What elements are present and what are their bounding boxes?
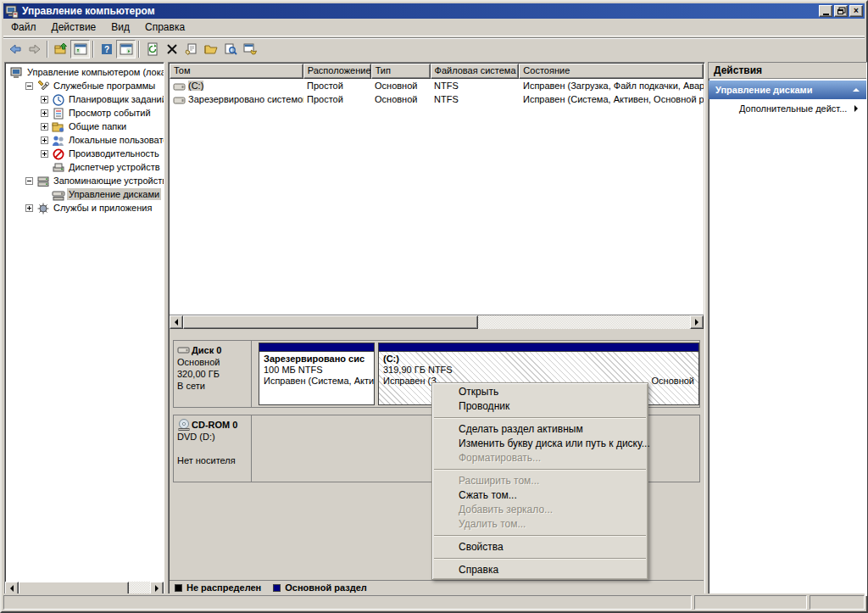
- export-list-button[interactable]: [240, 40, 259, 59]
- menu-действие[interactable]: Действие: [44, 19, 104, 36]
- services-icon: [36, 202, 49, 215]
- task-scheduler-icon: [52, 93, 64, 106]
- open-folder-button[interactable]: [201, 40, 220, 59]
- context-menu-item-1[interactable]: Проводник: [432, 399, 648, 414]
- context-menu-item-5: Форматировать...: [432, 451, 648, 465]
- tree-item-8[interactable]: Запоминающие устройства: [5, 174, 164, 187]
- volume-list-horizontal-scrollbar[interactable]: [170, 315, 704, 329]
- context-menu-separator: [434, 535, 646, 537]
- column-header-5[interactable]: Состояние: [519, 64, 704, 79]
- refresh-icon: [146, 42, 159, 56]
- column-header-1[interactable]: Том: [170, 64, 303, 79]
- properties-button[interactable]: [181, 40, 201, 59]
- partition-size: 100 МБ NTFS: [259, 364, 374, 375]
- volume-icon: [173, 94, 186, 104]
- chevron-up-icon[interactable]: [853, 85, 860, 92]
- volume-row-1[interactable]: (C:)ПростойОсновнойNTFSИсправен (Загрузк…: [170, 79, 704, 92]
- up-folder-icon: [54, 42, 68, 56]
- legend-swatch: [273, 584, 281, 592]
- tree-expander-plus-icon[interactable]: [41, 150, 48, 158]
- tree-item-6[interactable]: Производительность: [5, 147, 164, 160]
- menu-справка[interactable]: Справка: [137, 19, 192, 36]
- column-header-2[interactable]: Расположение: [303, 64, 371, 79]
- tree-item-5[interactable]: Локальные пользовател: [5, 133, 164, 147]
- context-menu-item-8[interactable]: Сжать том...: [432, 488, 648, 503]
- partition-context-menu: ОткрытьПроводникСделать раздел активнымИ…: [431, 382, 648, 580]
- show-panel-icon: [120, 42, 133, 56]
- partition-size: 319,90 ГБ NTFS: [379, 364, 698, 375]
- volume-row-2[interactable]: Зарезервировано системойПростойОсновнойN…: [170, 92, 704, 106]
- partition-status: Исправен (Система, Акти: [259, 375, 374, 386]
- actions-item-more-actions[interactable]: Дополнительные дейст...: [709, 99, 866, 118]
- column-header-4[interactable]: Файловая система: [431, 64, 520, 79]
- close-button[interactable]: ×: [849, 5, 863, 17]
- context-menu-item-3[interactable]: Сделать раздел активным: [432, 422, 648, 437]
- context-menu-item-9: Добавить зеркало...: [432, 503, 648, 517]
- tree-item-label: Планировщик заданий: [67, 93, 164, 105]
- show-panel-button[interactable]: [116, 40, 136, 59]
- tree-expander-plus-icon[interactable]: [41, 96, 48, 103]
- up-folder-button[interactable]: [51, 40, 70, 59]
- partition-title: (C:): [379, 352, 698, 364]
- open-folder-icon: [204, 42, 218, 56]
- status-cell: [694, 595, 807, 610]
- legend-label: Основной раздел: [285, 582, 367, 593]
- disk-0-label[interactable]: Диск 0 Основной 320,00 ГБ В сети: [174, 341, 252, 407]
- tree-item-label: Общие папки: [67, 120, 128, 132]
- cdrom-0-label[interactable]: CD-ROM 0 DVD (D:) Нет носителя: [174, 415, 252, 482]
- cdrom-0-status: Нет носителя: [177, 454, 248, 466]
- tree-item-3[interactable]: Просмотр событий: [5, 106, 164, 120]
- menu-вид[interactable]: Вид: [103, 19, 137, 36]
- disk-icon: [177, 343, 190, 356]
- refresh-button[interactable]: [142, 40, 162, 59]
- tree-item-2[interactable]: Планировщик заданий: [5, 92, 164, 106]
- scroll-right-button[interactable]: [690, 315, 704, 329]
- device-manager-icon: [52, 161, 64, 174]
- scroll-left-button[interactable]: [170, 315, 183, 329]
- context-menu-item-0[interactable]: Открыть: [432, 385, 648, 399]
- context-menu-item-14[interactable]: Справка: [432, 563, 648, 577]
- delete-button[interactable]: [162, 40, 181, 59]
- tree-expander-minus-icon[interactable]: [25, 177, 33, 185]
- back-button[interactable]: [5, 40, 25, 59]
- tree-item-9[interactable]: Управление дисками: [5, 187, 164, 201]
- volume-icon: [173, 81, 186, 91]
- tree-item-1[interactable]: Служебные программы: [5, 79, 164, 92]
- tree-item-0[interactable]: Управление компьютером (лока: [5, 65, 164, 79]
- tree-expander-plus-icon[interactable]: [25, 204, 33, 212]
- title-bar[interactable]: Управление компьютером ×: [3, 3, 865, 19]
- context-menu-item-12[interactable]: Свойства: [432, 540, 648, 554]
- show-tree-button[interactable]: [70, 40, 90, 59]
- context-menu-item-10: Удалить том...: [432, 517, 648, 532]
- legend-item: Основной раздел: [273, 582, 367, 593]
- minimize-button[interactable]: [819, 5, 832, 17]
- cdrom-0-drive: DVD (D:): [177, 431, 248, 443]
- volume-cell: Исправен (Система, Активен, Основной ра: [520, 94, 704, 104]
- tree-expander-plus-icon[interactable]: [41, 109, 48, 117]
- tree-item-4[interactable]: Общие папки: [5, 120, 164, 133]
- context-menu-separator: [434, 558, 646, 560]
- tree-expander-plus-icon[interactable]: [41, 137, 48, 144]
- tree-item-7[interactable]: Диспетчер устройств: [5, 160, 164, 174]
- status-bar: [3, 593, 865, 610]
- help-button[interactable]: ?: [97, 40, 116, 59]
- partition-system-reserved[interactable]: Зарезервировано сис 100 МБ NTFS Исправен…: [259, 343, 375, 405]
- cdrom-icon: [177, 418, 190, 431]
- column-header-3[interactable]: Тип: [371, 64, 431, 79]
- restore-button[interactable]: [834, 5, 848, 17]
- partition-title: Зарезервировано сис: [259, 352, 374, 364]
- scroll-thumb[interactable]: [183, 315, 478, 329]
- menu-файл[interactable]: Файл: [3, 19, 44, 36]
- back-icon: [8, 42, 22, 56]
- context-menu-item-4[interactable]: Изменить букву диска или путь к диску...: [432, 437, 648, 451]
- forward-button[interactable]: [25, 40, 44, 59]
- tree-item-label: Локальные пользовател: [67, 134, 164, 146]
- status-cell: [3, 595, 692, 610]
- computer-management-window: Управление компьютером × ФайлДействиеВид…: [0, 0, 868, 613]
- tree-expander-plus-icon[interactable]: [41, 123, 48, 131]
- find-button[interactable]: [220, 40, 240, 59]
- tree-expander-minus-icon[interactable]: [25, 82, 33, 90]
- actions-section-disk-management[interactable]: Управление дисками: [709, 81, 866, 99]
- show-tree-icon: [74, 42, 87, 56]
- tree-item-10[interactable]: Службы и приложения: [5, 201, 164, 215]
